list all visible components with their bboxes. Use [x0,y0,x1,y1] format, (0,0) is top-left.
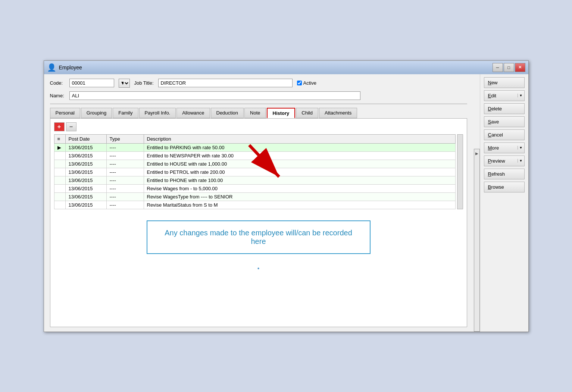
table-row[interactable]: 13/06/2015----Entitled to NEWSPAPER with… [54,151,455,160]
table-row[interactable]: ▶13/06/2015----Entitled to PARKING with … [54,143,455,151]
row-indicator [54,192,65,201]
annotation-box: Any changes made to the employee will/ca… [147,220,371,254]
row-type: ---- [106,151,144,160]
title-controls: ─ □ ✕ [493,63,525,72]
table-row[interactable]: 13/06/2015----Revise WagesType from ----… [54,192,455,201]
row-date: 13/06/2015 [65,192,106,201]
form-row-1: Code: ▼ Job Title: Active [50,79,467,88]
new-button[interactable]: New [484,77,525,88]
main-window: 👤 Employee ─ □ ✕ [44,60,529,332]
edit-button-group: Edit ▼ [484,90,525,101]
name-input[interactable] [69,91,360,100]
col-header-desc: Description [144,134,455,143]
cancel-button[interactable]: Cancel [484,129,525,140]
maximize-button[interactable]: □ [504,63,514,72]
more-arrow[interactable]: ▼ [518,146,523,150]
name-label: Name: [50,93,65,98]
row-indicator [54,151,65,160]
close-button[interactable]: ✕ [515,63,525,72]
table-body: ▶13/06/2015----Entitled to PARKING with … [54,143,455,209]
divider [50,104,467,104]
dot-indicator: • [54,265,463,272]
jobtitle-input[interactable] [158,79,293,87]
row-date: 13/06/2015 [65,151,106,160]
minimize-button[interactable]: ─ [493,63,503,72]
row-indicator [54,160,65,168]
code-label: Code: [50,80,65,86]
row-indicator [54,176,65,184]
tab-content-history: + − ≡ Post Date Type Description [50,118,467,327]
row-desc: Entitled to PETROL with rate 200.00 [144,168,455,176]
tab-allowance[interactable]: Allowance [176,108,210,118]
refresh-button[interactable]: Refresh [484,169,525,179]
jobtitle-label: Job Title: [134,80,154,86]
col-header-date: Post Date [65,134,106,143]
annotation-text: Any changes made to the employee will/ca… [165,229,352,245]
tab-attachments[interactable]: Attachments [319,108,357,118]
row-desc: Entitled to PHONE with rate 100.00 [144,176,455,184]
table-scrollbar[interactable] [457,134,463,209]
more-button[interactable]: More [488,145,518,151]
window-title: Employee [59,65,82,70]
tab-history[interactable]: History [267,108,296,118]
app-icon: 👤 [47,63,56,72]
table-row[interactable]: 13/06/2015----Entitled to PETROL with ra… [54,168,455,176]
row-desc: Revise WagesType from ---- to SENIOR [144,192,455,201]
row-indicator [54,168,65,176]
tab-note[interactable]: Note [244,108,266,118]
add-record-button[interactable]: + [54,122,65,131]
col-header-icon: ≡ [54,134,65,143]
tab-deduction[interactable]: Deduction [211,108,244,118]
row-type: ---- [106,201,144,209]
code-input[interactable] [69,79,114,87]
form-row-2: Name: [50,91,467,100]
history-table: ≡ Post Date Type Description ▶13/06/2015… [54,134,456,209]
edit-arrow[interactable]: ▼ [518,94,523,97]
row-date: 13/06/2015 [65,160,106,168]
table-header-row: ≡ Post Date Type Description [54,134,455,143]
row-desc: Entitled to HOUSE with rate 1,000.00 [144,160,455,168]
sidebar-expand-arrow[interactable]: ▶ [474,149,480,332]
table-row[interactable]: 13/06/2015----Entitled to PHONE with rat… [54,176,455,184]
tab-payroll-info[interactable]: Payroll Info. [139,108,176,118]
row-type: ---- [106,160,144,168]
row-date: 13/06/2015 [65,201,106,209]
tab-personal[interactable]: Personal [50,108,80,118]
row-date: 13/06/2015 [65,184,106,192]
row-type: ---- [106,168,144,176]
row-type: ---- [106,192,144,201]
preview-button-group: Preview ▼ [484,156,525,166]
main-content: Code: ▼ Job Title: Active Name: [44,74,473,332]
row-desc: Entitled to PARKING with rate 50.00 [144,143,455,151]
col-header-type: Type [106,134,144,143]
row-indicator [54,201,65,209]
active-label: Active [303,80,316,86]
title-bar-left: 👤 Employee [47,63,82,72]
browse-button[interactable]: Browse [484,182,525,192]
row-desc: Revise MaritalStatus from S to M [144,201,455,209]
table-row[interactable]: 13/06/2015----Entitled to HOUSE with rat… [54,160,455,168]
more-button-group: More ▼ [484,142,525,153]
tab-grouping[interactable]: Grouping [81,108,112,118]
preview-arrow[interactable]: ▼ [518,159,523,163]
tab-family[interactable]: Family [113,108,138,118]
row-desc: Entitled to NEWSPAPER with rate 30.00 [144,151,455,160]
code-dropdown[interactable]: ▼ [119,79,130,88]
row-date: 13/06/2015 [65,143,106,151]
preview-button[interactable]: Preview [488,158,518,164]
save-button[interactable]: Save [484,116,525,127]
table-wrapper: ≡ Post Date Type Description ▶13/06/2015… [54,134,456,209]
row-date: 13/06/2015 [65,168,106,176]
table-row[interactable]: 13/06/2015----Revise Wages from - to 5,0… [54,184,455,192]
row-desc: Revise Wages from - to 5,000.00 [144,184,455,192]
tab-child[interactable]: Child [296,108,318,118]
edit-button[interactable]: Edit [488,93,518,98]
delete-button[interactable]: Delete [484,103,525,114]
row-type: ---- [106,176,144,184]
tabs-container: Personal Grouping Family Payroll Info. A… [50,108,467,118]
table-scroll-area: ≡ Post Date Type Description ▶13/06/2015… [54,134,463,209]
active-checkbox[interactable] [297,81,302,85]
table-row[interactable]: 13/06/2015----Revise MaritalStatus from … [54,201,455,209]
remove-record-button[interactable]: − [66,122,76,131]
row-indicator: ▶ [54,143,65,151]
